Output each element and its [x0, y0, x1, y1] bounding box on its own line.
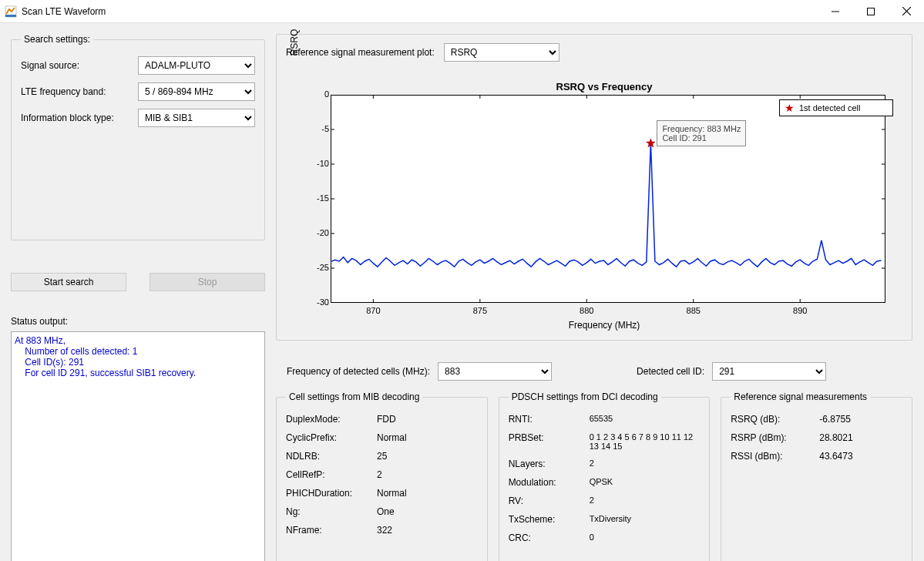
x-tick-label: 880 — [580, 306, 593, 315]
y-tick-label: -30 — [307, 297, 329, 307]
pdsch-value: 0 — [590, 532, 701, 542]
plot-type-label: Reference signal measurement plot: — [286, 47, 435, 58]
status-output[interactable]: At 883 MHz, Number of cells detected: 1 … — [11, 331, 265, 561]
pdsch-row: Modulation:QPSK — [509, 473, 701, 492]
y-tick-label: -25 — [307, 263, 329, 272]
ref-key: RSRQ (dB): — [731, 414, 819, 425]
plot-type-select[interactable]: RSRQ — [444, 43, 559, 62]
minimize-button[interactable] — [818, 0, 853, 23]
mib-key: CellRefP: — [286, 469, 377, 480]
mib-value: 322 — [377, 525, 478, 536]
ref-meas-legend: Reference signal measurements — [731, 391, 870, 402]
ref-meas-group: Reference signal measurements RSRQ (dB):… — [721, 391, 912, 561]
detected-cell-label: Detected cell ID: — [637, 366, 704, 377]
mib-row: NFrame:322 — [286, 521, 478, 539]
tooltip-line: Frequency: 883 MHz — [662, 124, 741, 133]
y-tick-label: -15 — [307, 193, 329, 203]
svg-rect-1 — [5, 15, 16, 17]
signal-source-select[interactable]: ADALM-PLUTO — [138, 56, 255, 75]
pdsch-legend: PDSCH settings from DCI decoding — [509, 391, 661, 402]
detected-freq-label: Frequency of detected cells (MHz): — [287, 366, 430, 377]
mib-value: Normal — [377, 488, 478, 499]
x-tick-label: 875 — [473, 306, 487, 315]
mib-row: Ng:One — [286, 502, 478, 521]
chart: RSRQ vs Frequency RSRQ Frequency (MHz) 0… — [307, 81, 901, 335]
chart-title: RSRQ vs Frequency — [307, 81, 901, 92]
chart-tooltip: Frequency: 883 MHzCell ID: 291 — [657, 120, 746, 146]
pdsch-row: RV:2 — [509, 492, 701, 510]
tooltip-line: Cell ID: 291 — [662, 133, 741, 143]
search-settings-group: Search settings: Signal source: ADALM-PL… — [11, 34, 265, 240]
star-icon: ★ — [785, 102, 795, 114]
chart-ylabel: RSRQ — [289, 0, 300, 119]
mib-value: 25 — [377, 451, 478, 462]
svg-rect-6 — [331, 96, 885, 303]
plot-panel: Reference signal measurement plot: RSRQ … — [276, 34, 912, 341]
mib-row: NDLRB:25 — [286, 447, 478, 465]
mib-settings-group: Cell settings from MIB decoding DuplexMo… — [276, 391, 488, 561]
pdsch-row: CRC:0 — [509, 529, 701, 547]
ref-row: RSSI (dBm):43.6473 — [731, 447, 902, 465]
y-tick-label: -10 — [307, 159, 329, 168]
pdsch-value: 2 — [590, 459, 701, 468]
pdsch-key: PRBSet: — [509, 432, 590, 443]
pdsch-row: RNTI:65535 — [509, 410, 701, 428]
ref-value: 43.6473 — [819, 451, 902, 462]
mib-row: DuplexMode:FDD — [286, 410, 478, 428]
info-block-label: Information block type: — [21, 113, 138, 123]
ref-key: RSRP (dBm): — [731, 432, 819, 443]
pdsch-row: NLayers:2 — [509, 455, 701, 473]
ref-value: -6.8755 — [819, 414, 902, 425]
pdsch-key: TxScheme: — [509, 514, 590, 525]
pdsch-key: RNTI: — [509, 414, 590, 425]
mib-key: PHICHDuration: — [286, 488, 377, 499]
window-title: Scan LTE Waveform — [22, 6, 106, 17]
y-tick-label: -20 — [307, 228, 329, 237]
stop-button[interactable]: Stop — [150, 273, 265, 291]
pdsch-value: 0 1 2 3 4 5 6 7 8 9 10 11 12 13 14 15 — [590, 432, 701, 451]
ref-row: RSRP (dBm):28.8021 — [731, 428, 902, 447]
detected-freq-select[interactable]: 883 — [438, 362, 552, 381]
svg-rect-3 — [868, 8, 875, 15]
pdsch-row: TxScheme:TxDiversity — [509, 510, 701, 529]
chart-svg — [331, 95, 885, 303]
mib-value: Normal — [377, 432, 478, 443]
pdsch-row: PRBSet:0 1 2 3 4 5 6 7 8 9 10 11 12 13 1… — [509, 428, 701, 455]
chart-xlabel: Frequency (MHz) — [307, 320, 901, 331]
search-settings-legend: Search settings: — [21, 34, 93, 45]
start-search-button[interactable]: Start search — [11, 273, 126, 291]
mib-key: DuplexMode: — [286, 414, 377, 425]
pdsch-settings-group: PDSCH settings from DCI decoding RNTI:65… — [499, 391, 711, 561]
app-icon — [5, 5, 17, 18]
mib-key: CyclicPrefix: — [286, 432, 377, 443]
pdsch-key: CRC: — [509, 532, 590, 543]
pdsch-value: TxDiversity — [590, 514, 701, 523]
close-button[interactable] — [889, 0, 924, 23]
mib-key: NFrame: — [286, 525, 377, 536]
freq-band-select[interactable]: 5 / 869-894 MHz — [138, 82, 255, 101]
x-tick-label: 870 — [366, 306, 380, 315]
x-tick-label: 885 — [687, 306, 701, 315]
title-bar: Scan LTE Waveform — [0, 0, 924, 23]
info-block-select[interactable]: MIB & SIB1 — [138, 109, 255, 127]
detected-cell-select[interactable]: 291 — [712, 362, 826, 381]
pdsch-key: Modulation: — [509, 477, 590, 488]
y-tick-label: 0 — [307, 89, 329, 99]
freq-band-label: LTE frequency band: — [21, 86, 138, 97]
ref-key: RSSI (dBm): — [731, 451, 819, 462]
mib-key: Ng: — [286, 506, 377, 517]
legend-label: 1st detected cell — [799, 103, 861, 113]
mib-row: CyclicPrefix:Normal — [286, 428, 478, 447]
pdsch-value: 65535 — [590, 414, 701, 423]
mib-row: CellRefP:2 — [286, 465, 478, 484]
mib-value: One — [377, 506, 478, 517]
pdsch-value: 2 — [590, 495, 701, 505]
mib-row: PHICHDuration:Normal — [286, 484, 478, 502]
chart-legend: ★1st detected cell — [779, 99, 893, 116]
mib-legend: Cell settings from MIB decoding — [286, 391, 422, 402]
x-tick-label: 890 — [793, 306, 807, 315]
pdsch-key: RV: — [509, 495, 590, 506]
pdsch-key: NLayers: — [509, 459, 590, 469]
maximize-button[interactable] — [853, 0, 889, 23]
ref-row: RSRQ (dB):-6.8755 — [731, 410, 902, 428]
